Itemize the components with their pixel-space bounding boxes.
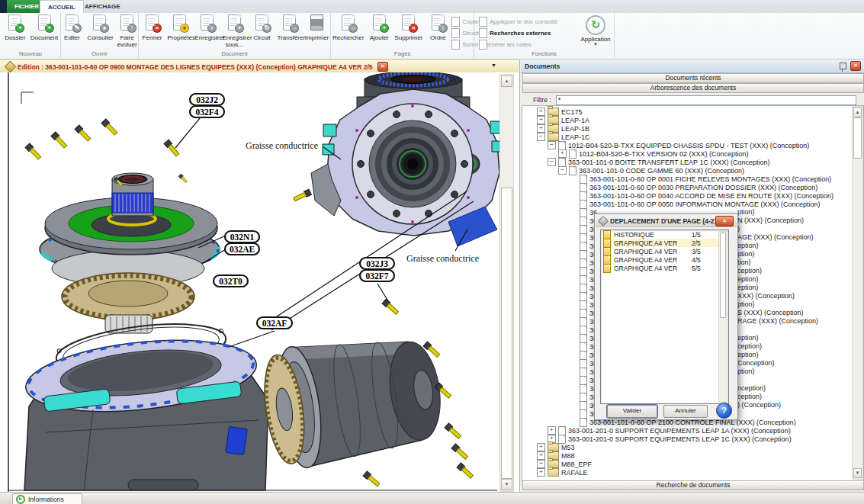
scroll-down-icon[interactable]: ▼ (853, 468, 862, 478)
expand-icon[interactable]: − (548, 141, 556, 149)
ribbon-button[interactable]: ● Propriétés (166, 14, 194, 49)
badge-icon: + (380, 24, 389, 33)
page-list-item[interactable]: GRAPHIQUE A4 VER 2/5 (601, 239, 728, 247)
group-label: Fonctions (474, 50, 614, 57)
expand-icon[interactable]: + (537, 443, 545, 451)
viewer-scrollbar[interactable]: ▲ ▼ (499, 74, 514, 492)
tree-scrollbar-thumb[interactable] (853, 117, 862, 159)
expand-icon[interactable]: + (548, 426, 556, 435)
scroll-up-icon[interactable]: ▲ (853, 108, 862, 117)
ribbon-button[interactable]: ✎ Editer (59, 14, 86, 49)
expand-icon[interactable]: + (537, 451, 545, 460)
tree-row[interactable]: + RAFALE (522, 468, 863, 477)
expand-icon[interactable]: − (558, 166, 567, 175)
ribbon-button[interactable]: ↻ Circuit (249, 14, 276, 49)
close-icon[interactable]: × (715, 216, 734, 226)
tree-row[interactable]: 363-001-101-0-60 OP 0050 INFORMATION MON… (522, 200, 863, 208)
page-list-item[interactable]: GRAPHIQUE A4 VER 5/5 (601, 264, 728, 272)
ribbon-small-button[interactable]: Recherches externes (479, 28, 577, 38)
page-list-item[interactable]: GRAPHIQUE A4 VER 3/5 (601, 247, 728, 255)
application-icon: ↻ (586, 15, 605, 35)
page-name: GRAPHIQUE A4 VER (614, 265, 690, 272)
ribbon-tab-strip: FICHIER ACCUEIL AFFICHAGE (0, 0, 864, 13)
section-recherche[interactable]: Recherche de documents (522, 480, 864, 490)
drawing-canvas[interactable]: 032J2 032F4 032N1 032AE 032T0 032AF 032J… (0, 72, 519, 492)
expand-icon[interactable]: + (537, 460, 545, 468)
informations-tab[interactable]: Informations (12, 493, 82, 504)
list-scrollbar-thumb[interactable] (720, 233, 726, 318)
document-icon (479, 17, 487, 27)
help-icon[interactable]: ? (716, 403, 732, 419)
list-scrollbar[interactable] (718, 231, 727, 403)
section-arborescence[interactable]: Arborescence des documents (522, 83, 864, 93)
ribbon-small-button[interactable]: Gérer les notes (479, 40, 577, 50)
ribbon-button[interactable]: ● Consulter (86, 14, 114, 49)
ribbon-button[interactable]: + Enregistrer sous... (221, 14, 249, 49)
ribbon-button[interactable]: + Dossier (2, 14, 29, 42)
tree-row[interactable]: + 1012-B04-520-B-TXX VERSION 02 (XXX) (C… (522, 149, 863, 158)
expand-icon[interactable]: + (558, 149, 567, 158)
chevron-down-icon[interactable]: ▼ (491, 63, 496, 68)
expand-icon[interactable]: + (537, 108, 545, 116)
expand-icon[interactable]: + (537, 468, 545, 477)
filter-label: Filtre : (533, 96, 551, 104)
badge-icon: ● (100, 24, 109, 33)
tree-item-label: 363-001-101-0 BOITE TRANSFERT LEAP 1C (X… (568, 159, 769, 166)
tree-row[interactable]: + M88 (522, 451, 863, 460)
tree-item-label-fragment: nception) (737, 384, 766, 393)
pin-icon[interactable] (840, 63, 846, 69)
ribbon-button[interactable]: + Document (29, 14, 59, 42)
scroll-up-icon[interactable]: ▲ (501, 75, 512, 87)
ribbon-button[interactable]: ▪ Enregistrer (194, 14, 221, 49)
tree-row[interactable]: 363-001-101-0-60 OP 0001 FICHE RELEVES M… (522, 175, 863, 183)
svg-text:032F7: 032F7 (365, 271, 388, 281)
expand-icon[interactable]: − (548, 158, 556, 166)
badge-icon: × (153, 24, 162, 33)
tree-item-label: M88 (561, 452, 575, 460)
callout-032N1: 032N1 (225, 231, 259, 242)
tree-row[interactable]: + LEAP-1B (522, 124, 863, 133)
tree-row[interactable]: + LEAP-1A (522, 116, 863, 124)
viewer-scrollbar-thumb[interactable] (501, 188, 512, 479)
tree-scrollbar[interactable]: ▲ ▼ (852, 106, 863, 480)
page-list-item[interactable]: HISTORIQUE 1/5 (601, 230, 728, 239)
tree-row[interactable]: − 363-001-101-0 CODE GAMME 60 (XXX) (Con… (522, 166, 863, 175)
filter-input[interactable] (556, 95, 856, 105)
annuler-button[interactable]: Annuler (663, 405, 708, 418)
ribbon-button[interactable]: ↑ Faire évoluer (114, 14, 141, 49)
tree-row[interactable]: − LEAP-1C (522, 133, 863, 141)
document-icon: + (373, 14, 386, 30)
tree-row[interactable]: − 363-001-101-0 BOITE TRANSFERT LEAP 1C … (522, 158, 863, 166)
annotation-graisse-1: Graisse conductrice (246, 140, 318, 151)
page-list-item[interactable]: GRAPHIQUE A4 VER 4/5 (601, 255, 728, 264)
page-name: GRAPHIQUE A4 VER (614, 248, 690, 255)
tree-row[interactable]: + M88_EPF (522, 460, 863, 468)
close-icon[interactable]: × (377, 62, 388, 72)
ribbon-group-pages: ○ Rechercher + Ajouter × Supprimer ↕ Ord… (331, 13, 474, 58)
close-icon[interactable]: × (850, 61, 861, 71)
expand-icon[interactable]: + (537, 116, 545, 124)
ribbon-small-button[interactable]: Appliquer le doc consulté (479, 17, 577, 27)
scroll-down-icon[interactable]: ▼ (501, 479, 512, 490)
tree-row[interactable]: + M53 (522, 443, 863, 451)
tree-row[interactable]: 363-001-101-0-60 OP 0040 ACCORD DE MISE … (522, 191, 863, 200)
tree-item-label-fragment: Conception) (737, 359, 775, 368)
tree-row[interactable]: + 363-001-201-0 SUPPORT EQUIPEMENTS LEAP… (522, 426, 863, 435)
ribbon-button[interactable]: Imprimer (304, 14, 331, 49)
group-label: Document (139, 50, 330, 57)
document-icon: ● (93, 14, 106, 30)
tree-row[interactable]: 363-001-101-0-60 OP 0030 PREPARATION DOS… (522, 183, 863, 191)
document-icon: → (283, 14, 296, 30)
tree-item-label: 1012-B04-520-B-TXX VERSION 02 (XXX) (Con… (579, 150, 749, 158)
valider-button[interactable]: Valider (607, 405, 657, 418)
tree-row[interactable]: − 1012-B04-520-B-TXX EQUIPPED CHASSIS SP… (522, 141, 863, 149)
expand-icon[interactable]: + (537, 124, 545, 133)
tree-row[interactable]: + EC175 (522, 108, 863, 116)
ribbon-button[interactable]: → Transférer (276, 14, 304, 49)
tree-row[interactable]: + 363-001-201-0 SUPPORT EQUIPEMENTS LEAP… (522, 435, 863, 443)
page-list[interactable]: HISTORIQUE 1/5 GRAPHIQUE A4 VER 2/5 GRAP… (600, 230, 729, 404)
tab-affichage[interactable]: AFFICHAGE (77, 0, 128, 13)
expand-icon[interactable]: − (537, 133, 545, 141)
section-documents-recents[interactable]: Documents récents (522, 73, 864, 83)
ribbon-button[interactable]: × Fermer (139, 14, 166, 49)
